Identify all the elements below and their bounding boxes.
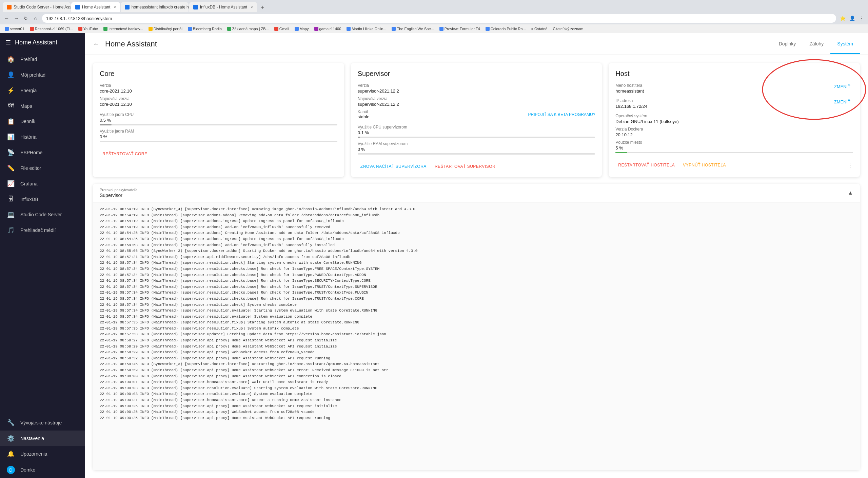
extensions-button[interactable]: ⭐ <box>839 15 846 22</box>
forward-button[interactable]: → <box>12 14 20 22</box>
core-version-label: Verzia <box>100 83 337 88</box>
vyvojarske-icon: 🔧 <box>7 419 15 426</box>
new-tab-button[interactable]: + <box>258 3 267 12</box>
restart-supervisor-button[interactable]: REŠTARTOVAŤ SUPERVISOR <box>432 163 498 170</box>
os-label: Operačný systém <box>615 114 853 118</box>
sidebar-item-prehľad[interactable]: 🏠 Prehľad <box>0 52 85 67</box>
tab2-label: Home Assistant <box>82 5 110 9</box>
menu-button[interactable]: ⋮ <box>858 15 865 22</box>
bookmark-distribucny-icon <box>149 27 153 31</box>
sidebar-item-moj-prehľad[interactable]: 👤 Môj prehľad <box>0 67 85 83</box>
bookmark-bank[interactable]: Internetové bankov... <box>101 26 145 32</box>
sidebar-item-domko[interactable]: D Domko <box>0 462 85 478</box>
bookmark-ostatne[interactable]: » Ostatné <box>529 26 550 32</box>
sidebar-item-influxdb[interactable]: 🗄 InfluxDB <box>0 192 85 207</box>
bookmark-citatelsky[interactable]: Čitateľský zoznam <box>551 26 585 32</box>
hamburger-icon[interactable]: ☰ <box>5 39 11 46</box>
back-nav-button[interactable]: ← <box>93 40 100 48</box>
host-more-button[interactable]: ⋮ <box>847 161 853 169</box>
address-bar: ← → ↻ ⌂ ⭐ 👤 ⋮ <box>0 12 868 24</box>
log-line: 22-01-19 08:54:25 INFO (MainThread) [sup… <box>100 236 853 242</box>
log-line: 22-01-19 08:57:34 INFO (MainThread) [sup… <box>100 308 853 314</box>
bookmark-server01[interactable]: server01 <box>3 26 26 32</box>
sidebar-item-esphome[interactable]: 📡 ESPHome <box>0 145 85 160</box>
profile-button[interactable]: 👤 <box>848 15 856 22</box>
bookmark-distribucny[interactable]: Distribučný portál <box>146 26 184 32</box>
sidebar-item-file-editor[interactable]: ✏️ File editor <box>0 160 85 176</box>
change-ip-button[interactable]: ZMENIŤ <box>831 98 853 106</box>
docker-row: Verzia Dockera 20.10.12 <box>615 127 853 137</box>
tab-1[interactable]: Studio Code Server - Home Ass... × <box>3 2 71 12</box>
bookmark-reshare[interactable]: ReshareA-r11069 (Fi... <box>28 26 75 32</box>
sidebar-item-dennik[interactable]: 📋 Denník <box>0 114 85 129</box>
core-card: Core Verzia core-2021.12.10 Najnovšia ve… <box>93 63 344 177</box>
restart-core-button[interactable]: REŠTARTOVAŤ CORE <box>100 150 150 158</box>
bookmark-mapy-icon <box>295 27 299 31</box>
log-line: 22-01-19 08:57:34 INFO (MainThread) [sup… <box>100 302 853 308</box>
tab2-close[interactable]: × <box>114 5 116 9</box>
back-button[interactable]: ← <box>3 14 11 22</box>
sidebar-item-grafana[interactable]: 📈 Grafana <box>0 176 85 192</box>
tab-system[interactable]: Systém <box>830 34 860 54</box>
tab-2[interactable]: Home Assistant × <box>71 2 120 12</box>
grafana-icon: 📈 <box>7 180 15 187</box>
address-input[interactable] <box>42 14 836 23</box>
log-line: 22-01-19 08:57:34 INFO (MainThread) [sup… <box>100 284 853 290</box>
log-line: 22-01-19 09:00:03 INFO (MainThread) [sup… <box>100 391 853 397</box>
supervisor-ram-bar <box>358 153 595 155</box>
tab-zalohy[interactable]: Zálohy <box>803 34 830 54</box>
host-actions: REŠTARTOVAŤ HOSTITEĽA VYPNÚŤ HOSTITEĽA ⋮ <box>615 159 853 169</box>
sidebar-item-vyvojarske[interactable]: 🔧 Vývojárske nástroje <box>0 415 85 431</box>
sidebar-item-nastavenia[interactable]: ⚙️ Nastavenia <box>0 431 85 446</box>
restart-host-button[interactable]: REŠTARTOVAŤ HOSTITEĽA <box>615 161 677 169</box>
sidebar-item-upozornenia[interactable]: 🔔 Upozornenia <box>0 446 85 462</box>
bookmark-gama1[interactable]: gama r11400 <box>312 26 343 32</box>
reload-supervisor-button[interactable]: ZNOVA NAČÍTAŤ SUPERVÍZORA <box>358 163 429 170</box>
sidebar-item-historia[interactable]: 📊 História <box>0 129 85 145</box>
tab4-close[interactable]: × <box>251 5 253 9</box>
bookmark-preview[interactable]: Preview: Formuler F4 <box>437 26 482 32</box>
home-button[interactable]: ⌂ <box>31 14 39 22</box>
log-header: Protokol poskytovateľa Supervisor ▲ <box>93 184 860 202</box>
bookmark-server01-icon <box>5 27 9 31</box>
vyvojarske-label: Vývojárske nástroje <box>20 420 62 425</box>
tab-3[interactable]: homeassistant influxdb create h... × <box>121 2 189 12</box>
host-card: Host Meno hostiteľa homeassistant ZMENIŤ… <box>609 63 860 177</box>
tab-doplnky[interactable]: Doplnky <box>772 34 803 54</box>
sidebar-item-studio-code[interactable]: 💻 Studio Code Server <box>0 207 85 222</box>
bookmark-reshare-icon <box>30 27 34 31</box>
page-title: Home Assistant <box>105 40 772 48</box>
bookmark-colorado[interactable]: Colorado Public Ra... <box>484 26 528 32</box>
change-hostname-button[interactable]: ZMENIŤ <box>831 83 853 91</box>
bookmark-mapa[interactable]: Základná mapa | ZB... <box>225 26 271 32</box>
sidebar-item-energia[interactable]: ⚡ Energia <box>0 83 85 98</box>
reload-button[interactable]: ↻ <box>22 14 30 22</box>
bookmark-gmail[interactable]: Gmail <box>272 26 291 32</box>
influxdb-label: InfluxDB <box>20 197 38 202</box>
storage-fill <box>615 152 627 153</box>
log-expand-button[interactable]: ▲ <box>848 190 853 196</box>
shutdown-host-button[interactable]: VYPNÚŤ HOSTITEĽA <box>680 161 729 169</box>
log-line: 22-01-19 08:57:21 INFO (MainThread) [sup… <box>100 254 853 260</box>
bookmark-martin[interactable]: Martin Hlinka Onlin... <box>344 26 388 32</box>
content: Core Verzia core-2021.12.10 Najnovšia ve… <box>85 55 868 478</box>
supervisor-cpu-label: Využitie CPU supervízorom <box>358 125 595 130</box>
tab-4[interactable]: InfluxDB - Home Assistant × <box>189 2 257 12</box>
dennik-icon: 📋 <box>7 118 15 125</box>
beta-program-link[interactable]: PRIPOJIŤ SA K BETA PROGRAMU? <box>528 112 595 117</box>
bookmark-gmail-icon <box>274 27 278 31</box>
core-title: Core <box>100 70 337 78</box>
bookmark-youtube[interactable]: YouTube <box>76 26 100 32</box>
sidebar-item-prehladac[interactable]: 🎵 Prehliadač médií <box>0 222 85 238</box>
app-title: Home Assistant <box>15 39 57 46</box>
core-cpu-label: Využitie jadra CPU <box>100 112 337 117</box>
bookmark-english[interactable]: The English We Spe... <box>390 26 436 32</box>
sidebar-item-mapa[interactable]: 🗺 Mapa <box>0 98 85 114</box>
bookmark-bloomberg[interactable]: Bloomberg Radio <box>186 26 224 32</box>
host-title: Host <box>615 70 853 78</box>
channel-value: stable <box>358 114 370 119</box>
bookmark-mapy[interactable]: Mapy <box>293 26 311 32</box>
hostname-left: Meno hostiteľa homeassistant <box>615 83 644 94</box>
bookmark-preview-icon <box>439 27 443 31</box>
core-version-value: core-2021.12.10 <box>100 88 337 94</box>
